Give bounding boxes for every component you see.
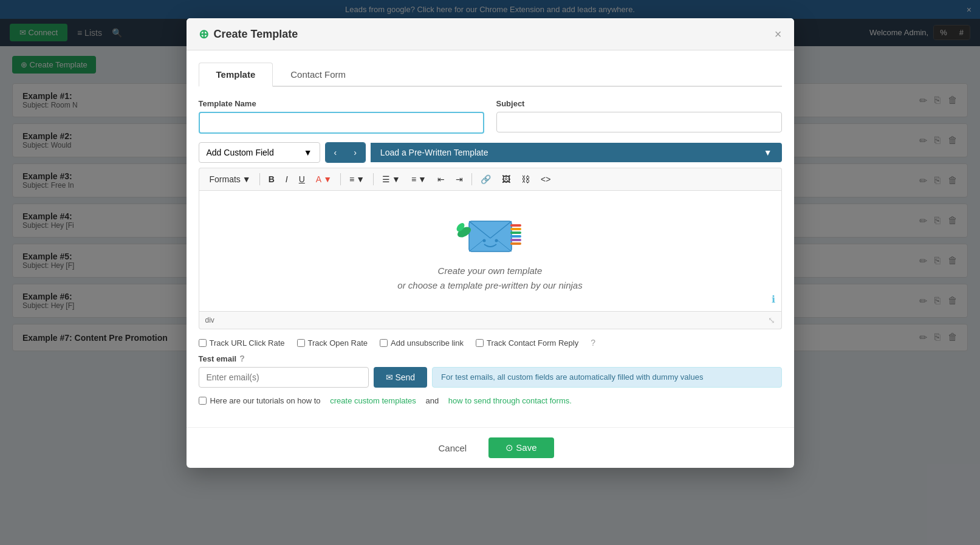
ol-arrow-icon: ▼	[418, 174, 427, 184]
dropdown-arrow-icon: ▼	[304, 148, 312, 157]
custom-field-label: Add Custom Field	[207, 148, 274, 157]
nav-buttons: ‹ ›	[325, 142, 366, 163]
test-email-input[interactable]	[199, 367, 369, 388]
resize-handle-icon[interactable]: ⤡	[768, 315, 775, 325]
tutorial-link-custom-templates[interactable]: create custom templates	[330, 396, 416, 405]
info-icon[interactable]: ℹ	[772, 293, 775, 305]
outdent-button[interactable]: ⇤	[433, 172, 449, 187]
svg-rect-14	[510, 242, 521, 245]
email-illustration	[451, 209, 530, 264]
svg-point-5	[482, 239, 485, 242]
test-email-note: For test emails, all custom fields are a…	[432, 367, 781, 388]
formats-button[interactable]: Formats ▼	[205, 172, 255, 187]
rich-text-editor: Formats ▼ B I U A ▼	[199, 168, 782, 329]
image-button[interactable]: 🖼	[498, 172, 515, 187]
test-email-label: Test email ?	[199, 354, 782, 363]
color-arrow-icon: ▼	[323, 174, 332, 184]
code-button[interactable]: <>	[536, 172, 555, 187]
track-url-checkbox[interactable]: Track URL Click Rate	[199, 338, 285, 348]
tutorial-note: Here are our tutorials on how to create …	[199, 396, 782, 405]
template-name-label: Template Name	[199, 99, 484, 108]
subject-group: Subject	[496, 99, 782, 134]
svg-rect-13	[510, 239, 521, 241]
toolbar-divider	[259, 173, 260, 185]
nav-next-button[interactable]: ›	[345, 143, 365, 162]
editor-format-toolbar: Formats ▼ B I U A ▼	[199, 168, 782, 190]
nav-prev-button[interactable]: ‹	[326, 143, 346, 162]
template-name-input[interactable]	[199, 112, 484, 134]
modal-footer: Cancel ⊙ Save	[187, 427, 794, 468]
prewritten-label: Load a Pre-Written Template	[380, 148, 488, 157]
test-email-help-icon[interactable]: ?	[239, 354, 245, 363]
toolbar-divider	[340, 173, 341, 185]
toolbar-divider	[471, 173, 472, 185]
toolbar-divider	[373, 173, 374, 185]
align-button[interactable]: ≡ ▼	[345, 172, 369, 187]
chain-button[interactable]: ⛓	[517, 172, 534, 187]
indent-button[interactable]: ⇥	[451, 172, 467, 187]
link-button[interactable]: 🔗	[476, 172, 495, 187]
prewritten-template-button[interactable]: Load a Pre-Written Template ▼	[371, 143, 782, 162]
tutorial-link-contact-forms[interactable]: how to send through contact forms.	[448, 396, 572, 405]
ul-button[interactable]: ☰ ▼	[378, 172, 405, 187]
test-email-row: ✉ Send For test emails, all custom field…	[199, 367, 782, 388]
modal-header: ⊕ Create Template ×	[187, 18, 794, 50]
color-button[interactable]: A ▼	[312, 172, 336, 187]
svg-rect-12	[510, 235, 521, 238]
modal-body: Template Contact Form Template Name Subj…	[187, 50, 794, 427]
tutorial-checkbox[interactable]	[199, 397, 207, 405]
editor-toolbar-row: Add Custom Field ▼ ‹ › Load a Pre-Writte…	[199, 142, 782, 163]
tab-contact-form[interactable]: Contact Form	[273, 63, 363, 86]
editor-placeholder: Create your own template or choose a tem…	[397, 264, 582, 293]
svg-rect-11	[510, 231, 521, 234]
subject-label: Subject	[496, 99, 782, 108]
editor-statusbar: div ⤡	[199, 312, 782, 329]
tab-bar: Template Contact Form	[199, 63, 782, 87]
send-button[interactable]: ✉ Send	[374, 367, 428, 388]
name-subject-row: Template Name Subject	[199, 99, 782, 134]
svg-rect-9	[510, 224, 521, 227]
svg-point-6	[495, 239, 498, 242]
editor-content-area[interactable]: Create your own template or choose a tem…	[199, 190, 782, 312]
statusbar-text: div	[205, 316, 214, 324]
unsubscribe-checkbox[interactable]: Add unsubscribe link	[380, 338, 464, 348]
italic-button[interactable]: I	[281, 172, 292, 187]
align-arrow-icon: ▼	[356, 174, 365, 184]
subject-input[interactable]	[496, 112, 782, 132]
create-template-modal: ⊕ Create Template × Template Contact For…	[187, 18, 794, 468]
prewritten-arrow-icon: ▼	[764, 148, 772, 157]
cancel-button[interactable]: Cancel	[426, 437, 479, 458]
ol-button[interactable]: ≡ ▼	[407, 172, 431, 187]
modal-close-button[interactable]: ×	[775, 28, 782, 40]
modal-overlay: ⊕ Create Template × Template Contact For…	[0, 0, 980, 545]
track-open-checkbox[interactable]: Track Open Rate	[297, 338, 368, 348]
track-contact-help-icon[interactable]: ?	[591, 338, 595, 348]
ul-arrow-icon: ▼	[392, 174, 400, 184]
template-name-group: Template Name	[199, 99, 484, 134]
custom-field-select[interactable]: Add Custom Field ▼	[199, 142, 320, 163]
underline-button[interactable]: U	[295, 172, 309, 187]
track-contact-form-checkbox[interactable]: Track Contact Form Reply	[476, 338, 578, 348]
plus-circle-icon: ⊕	[199, 27, 209, 41]
tab-template[interactable]: Template	[199, 63, 273, 87]
formats-arrow-icon: ▼	[242, 174, 251, 184]
test-email-section: Test email ? ✉ Send For test emails, all…	[199, 354, 782, 388]
modal-title: ⊕ Create Template	[199, 27, 298, 41]
bold-button[interactable]: B	[264, 172, 279, 187]
svg-rect-10	[510, 228, 521, 230]
checkboxes-row: Track URL Click Rate Track Open Rate Add…	[199, 338, 782, 348]
save-button[interactable]: ⊙ Save	[488, 437, 553, 458]
